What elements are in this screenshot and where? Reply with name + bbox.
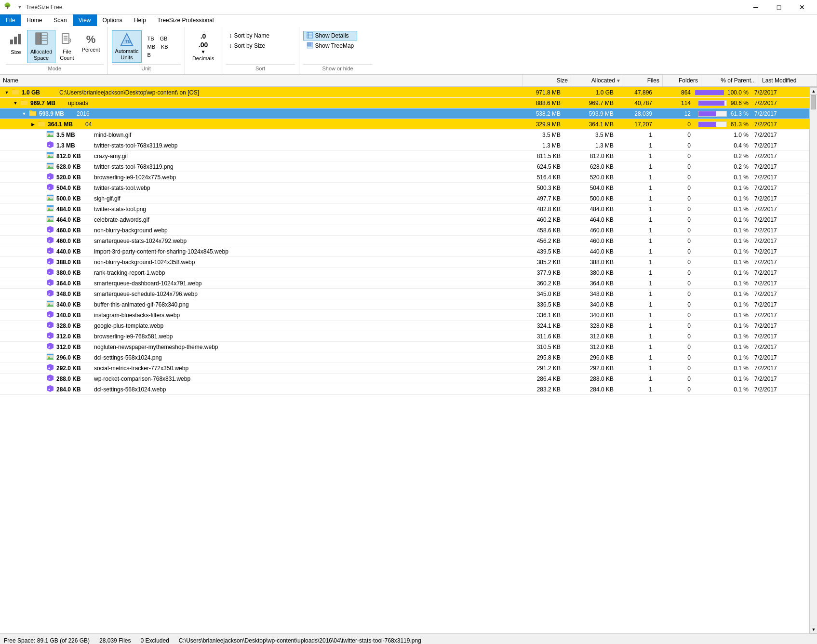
- tree-row[interactable]: ▲328.0 KBgoogle-plus-template.webp324.1 …: [0, 321, 809, 331]
- cell-allocated: 388.0 KB: [563, 259, 616, 266]
- menu-home[interactable]: Home: [21, 14, 48, 26]
- cell-modified: 7/2/2017: [751, 185, 809, 191]
- cell-folders: 0: [655, 248, 694, 255]
- menu-view[interactable]: View: [73, 14, 97, 26]
- col-header-name[interactable]: Name: [0, 75, 523, 86]
- tree-row[interactable]: 812.0 KBcrazy-amy.gif811.5 KB812.0 KB100…: [0, 151, 809, 161]
- unit-b-button[interactable]: B: [145, 51, 153, 59]
- cell-files: 1: [616, 291, 655, 297]
- tree-row[interactable]: ▼969.7 MBuploads888.6 MB969.7 MB40,78711…: [0, 98, 809, 108]
- unit-mb-button[interactable]: MB: [145, 43, 158, 51]
- mode-allocated-button[interactable]: AllocatedSpace: [27, 30, 55, 63]
- tree-row[interactable]: ▲340.0 KBinstagram-bluestacks-filters.we…: [0, 310, 809, 321]
- tree-row[interactable]: ▲284.0 KBdcl-settings-568x1024.webp283.2…: [0, 384, 809, 395]
- svg-text:▲: ▲: [48, 271, 51, 274]
- expand-button[interactable]: ▼: [4, 90, 10, 95]
- col-header-percent[interactable]: % of Parent...: [701, 75, 759, 86]
- file-icon: ▲: [46, 173, 54, 182]
- mode-percent-button[interactable]: % Percent: [79, 30, 104, 56]
- cell-allocated: 296.0 KB: [563, 354, 616, 361]
- tree-row[interactable]: 464.0 KBcelebrate-adwords.gif460.2 KB464…: [0, 215, 809, 225]
- tree-row[interactable]: ▲1.3 MBtwitter-stats-tool-768x3119.webp1…: [0, 140, 809, 151]
- size-label-inline: 812.0 KB: [56, 153, 90, 160]
- file-icon: [46, 353, 54, 362]
- tree-row[interactable]: ▲504.0 KBtwitter-stats-tool.webp500.3 KB…: [0, 183, 809, 193]
- size-label-inline: 504.0 KB: [56, 185, 90, 191]
- menu-help[interactable]: Help: [128, 14, 152, 26]
- svg-rect-31: [47, 152, 54, 154]
- cell-size: 283.2 KB: [515, 386, 563, 393]
- unit-gb-button[interactable]: GB: [158, 35, 170, 42]
- col-header-folders[interactable]: Folders: [663, 75, 701, 86]
- cell-percent: 0.1 %: [694, 269, 751, 276]
- size-label-inline: 296.0 KB: [56, 354, 90, 361]
- expand-button[interactable]: ▼: [21, 111, 27, 117]
- svg-rect-25: [47, 131, 54, 133]
- tree-row[interactable]: 484.0 KBtwitter-stats-tool.png482.8 KB48…: [0, 204, 809, 215]
- cell-allocated: 380.0 KB: [563, 269, 616, 276]
- tree-row[interactable]: ▶364.1 MB04329.9 MB364.1 MB17,207061.3 %…: [0, 119, 809, 130]
- cell-folders: 0: [655, 365, 694, 372]
- cell-allocated: 328.0 KB: [563, 322, 616, 329]
- tree-row[interactable]: 296.0 KBdcl-settings-568x1024.png295.8 K…: [0, 352, 809, 363]
- col-header-files[interactable]: Files: [624, 75, 663, 86]
- cell-name: 464.0 KBcelebrate-adwords.gif: [0, 215, 515, 224]
- sort-by-size-button[interactable]: ↕ Sort by Size: [226, 41, 273, 51]
- vertical-scrollbar[interactable]: ▲ ▼: [809, 87, 817, 633]
- cell-size: 329.9 MB: [515, 121, 563, 128]
- menu-options[interactable]: Options: [97, 14, 128, 26]
- tree-row[interactable]: ▼1.0 GBC:\Users\brianleejackson\Desktop\…: [0, 87, 809, 98]
- expand-button[interactable]: ▶: [30, 121, 36, 127]
- cell-percent: 0.1 %: [694, 259, 751, 266]
- tree-row[interactable]: ▲388.0 KBnon-blurry-background-1024x358.…: [0, 257, 809, 268]
- cell-percent: 0.1 %: [694, 291, 751, 297]
- scroll-down-arrow[interactable]: ▼: [810, 626, 817, 633]
- col-header-size[interactable]: Size: [523, 75, 571, 86]
- close-button[interactable]: ✕: [791, 0, 813, 14]
- show-treemap-button[interactable]: Show TreeMap: [303, 41, 358, 51]
- menu-professional[interactable]: TreeSize Professional: [152, 14, 220, 26]
- auto-units-button[interactable]: TB AutomaticUnits: [112, 30, 142, 63]
- scroll-thumb[interactable]: [811, 95, 816, 109]
- menu-file[interactable]: File: [0, 14, 21, 26]
- unit-tb-button[interactable]: TB: [145, 35, 156, 42]
- expand-button[interactable]: ▼: [13, 100, 18, 106]
- sort-buttons: ↕ Sort by Name ↕ Sort by Size: [226, 29, 295, 63]
- cell-name: ▲388.0 KBnon-blurry-background-1024x358.…: [0, 257, 515, 267]
- quick-access-arrow[interactable]: ▼: [17, 4, 22, 10]
- menu-scan[interactable]: Scan: [48, 14, 72, 26]
- cell-percent: 0.1 %: [694, 344, 751, 350]
- tree-row[interactable]: ▲460.0 KBsmarterqueue-stats-1024x792.web…: [0, 236, 809, 246]
- unit-kb-button[interactable]: KB: [159, 43, 171, 51]
- col-header-modified[interactable]: Last Modified: [759, 75, 817, 86]
- cell-files: 1: [616, 174, 655, 181]
- tree-row[interactable]: 500.0 KBsigh-gif.gif497.7 KB500.0 KB100.…: [0, 193, 809, 204]
- scroll-up-arrow[interactable]: ▲: [810, 87, 817, 95]
- show-details-button[interactable]: Show Details: [303, 31, 358, 40]
- tree-row[interactable]: ▲440.0 KBimport-3rd-party-content-for-sh…: [0, 246, 809, 257]
- tree-row[interactable]: ▲348.0 KBsmarterqueue-schedule-1024x796.…: [0, 289, 809, 299]
- mode-filecount-button[interactable]: 3 FileCount: [56, 30, 77, 63]
- maximize-button[interactable]: □: [768, 0, 790, 14]
- tree-row[interactable]: ▲312.0 KBbrowserling-ie9-768x581.webp311…: [0, 331, 809, 342]
- tree-row[interactable]: ▲288.0 KBwp-rocket-comparison-768x831.we…: [0, 374, 809, 384]
- tree-row[interactable]: ▲520.0 KBbrowserling-ie9-1024x775.webp51…: [0, 172, 809, 183]
- tree-row[interactable]: 3.5 MBmind-blown.gif3.5 MB3.5 MB101.0 %7…: [0, 130, 809, 140]
- tree-row[interactable]: ▲460.0 KBnon-blurry-background.webp458.6…: [0, 225, 809, 236]
- show-buttons: Show Details Show TreeMap: [303, 29, 373, 63]
- tree-row[interactable]: ▲312.0 KBnogluten-newspaper-mythemeshop-…: [0, 342, 809, 352]
- mode-size-button[interactable]: Size: [6, 30, 26, 57]
- file-name: google-plus-template.webp: [94, 322, 163, 329]
- sort-by-name-button[interactable]: ↕ Sort by Name: [226, 31, 273, 40]
- tree-row[interactable]: ▲364.0 KBsmarterqueue-dashboard-1024x791…: [0, 278, 809, 289]
- tree-row[interactable]: 628.0 KBtwitter-stats-tool-768x3119.png6…: [0, 161, 809, 172]
- decimals-button[interactable]: .0.00 ▼ Decimals: [189, 30, 218, 63]
- tree-row[interactable]: ▼593.9 MB2016538.2 MB593.9 MB28,0391261.…: [0, 108, 809, 119]
- tree-row[interactable]: ▲292.0 KBsocial-metrics-tracker-772x350.…: [0, 363, 809, 374]
- tree-row[interactable]: ▲380.0 KBrank-tracking-report-1.webp377.…: [0, 268, 809, 278]
- tree-row[interactable]: 340.0 KBbuffer-this-animated-gif-768x340…: [0, 299, 809, 310]
- minimize-button[interactable]: ─: [745, 0, 767, 14]
- sort-group-label: Sort: [226, 64, 295, 72]
- col-header-allocated[interactable]: Allocated ▼: [571, 75, 624, 86]
- file-icon: ▲: [46, 183, 54, 192]
